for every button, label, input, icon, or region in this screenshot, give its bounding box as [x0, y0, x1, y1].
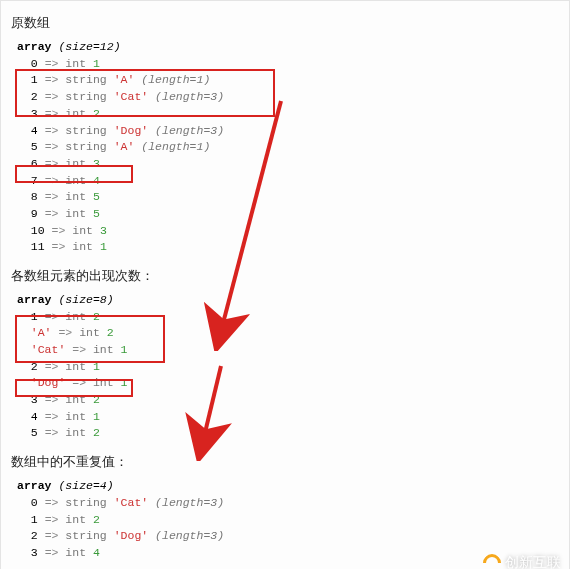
array-dump-original: array (size=12) 0 => int 1 1 => string '… — [17, 39, 559, 256]
logo-text: 创新互联 — [505, 552, 561, 569]
section-title-unique: 数组中的不重复值： — [11, 452, 559, 472]
document-body: 原数组 array (size=12) 0 => int 1 1 => stri… — [0, 0, 570, 569]
section-title-original: 原数组 — [11, 13, 559, 33]
array-dump-counts: array (size=8) 1 => int 2 'A' => int 2 '… — [17, 292, 559, 442]
watermark-logo: 创新互联 — [483, 552, 561, 569]
logo-icon — [479, 550, 504, 569]
section-title-counts: 各数组元素的出现次数： — [11, 266, 559, 286]
array-dump-unique: array (size=4) 0 => string 'Cat' (length… — [17, 478, 559, 561]
